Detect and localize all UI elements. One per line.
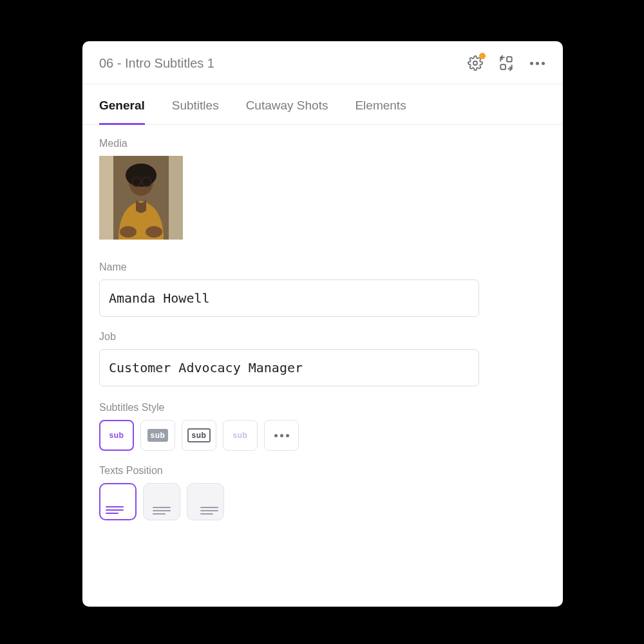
tab-bar: General Subtitles Cutaway Shots Elements <box>82 84 563 125</box>
media-thumbnail-image <box>99 156 183 240</box>
ellipsis-icon <box>274 434 289 437</box>
svg-point-12 <box>120 226 137 238</box>
texts-position-label: Texts Position <box>99 465 546 477</box>
panel-title: 06 - Intro Subtitles 1 <box>99 56 466 71</box>
subtitles-style-section: Subtitles Style sub sub sub sub <box>82 386 563 451</box>
media-label: Media <box>99 138 546 149</box>
name-input[interactable] <box>99 279 479 317</box>
subtitle-style-boxed[interactable]: sub <box>182 420 216 451</box>
svg-point-13 <box>146 226 162 238</box>
job-input[interactable] <box>99 349 479 386</box>
svg-rect-1 <box>507 57 512 62</box>
position-bottom-right[interactable] <box>187 483 224 520</box>
svg-rect-2 <box>500 64 506 70</box>
subtitles-style-label: Subtitles Style <box>99 402 546 413</box>
texts-position-options <box>99 483 546 520</box>
position-bottom-center[interactable] <box>143 483 180 520</box>
tab-cutaway[interactable]: Cutaway Shots <box>246 99 328 125</box>
svg-rect-5 <box>169 156 183 240</box>
subtitle-style-filled[interactable]: sub <box>140 420 175 451</box>
notification-dot-icon <box>479 53 486 59</box>
name-section: Name <box>82 240 563 317</box>
media-section: Media <box>82 125 563 240</box>
position-bottom-left[interactable] <box>99 483 137 520</box>
media-thumbnail[interactable] <box>99 156 183 240</box>
panel-header: 06 - Intro Subtitles 1 <box>82 41 563 79</box>
sub-text-icon: sub <box>106 429 128 442</box>
subtitle-style-more[interactable] <box>264 420 299 451</box>
swap-icon <box>498 55 515 71</box>
align-bottom-left-icon <box>106 506 124 514</box>
subtitles-style-options: sub sub sub sub <box>99 420 546 451</box>
tab-general[interactable]: General <box>99 99 145 125</box>
align-bottom-right-icon <box>200 507 218 515</box>
align-bottom-center-icon <box>153 507 171 515</box>
svg-rect-4 <box>99 156 113 240</box>
name-label: Name <box>99 261 546 273</box>
more-button[interactable] <box>528 54 546 72</box>
subtitle-style-plain[interactable]: sub <box>99 420 134 451</box>
sub-filled-icon: sub <box>147 429 169 442</box>
tab-elements[interactable]: Elements <box>355 99 406 125</box>
svg-point-0 <box>473 61 477 65</box>
swap-layout-button[interactable] <box>497 54 515 72</box>
texts-position-section: Texts Position <box>82 451 563 520</box>
editor-panel: 06 - Intro Subtitles 1 <box>82 41 563 607</box>
subtitle-style-fade[interactable]: sub <box>223 420 258 451</box>
sub-fade-icon: sub <box>230 429 251 442</box>
settings-button[interactable] <box>466 54 484 72</box>
job-label: Job <box>99 331 546 343</box>
tab-subtitles[interactable]: Subtitles <box>172 99 219 125</box>
header-actions <box>466 54 546 72</box>
sub-boxed-icon: sub <box>187 428 211 442</box>
ellipsis-icon <box>530 62 545 65</box>
job-section: Job <box>82 317 563 386</box>
